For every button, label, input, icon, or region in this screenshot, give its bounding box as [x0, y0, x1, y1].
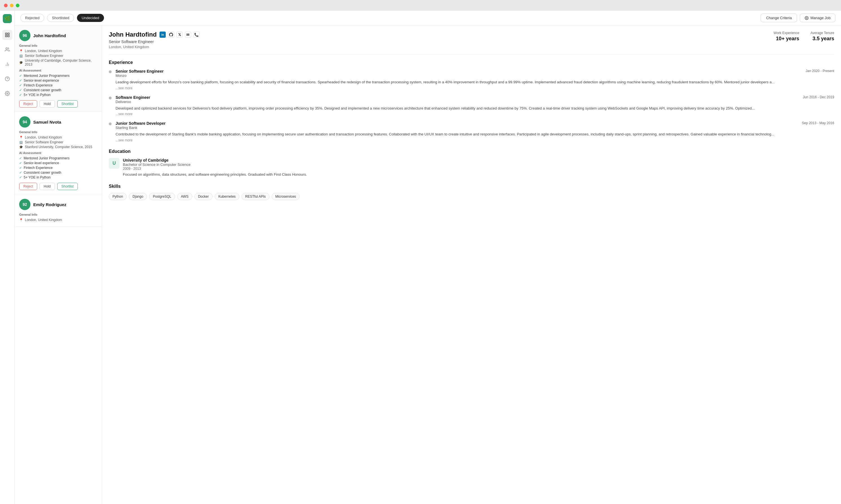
exp-company-2: Starling Bank	[116, 126, 834, 130]
general-info-label-3: General Info	[19, 213, 97, 216]
exp-date-2: Sep 2013 - May 2016	[802, 121, 834, 125]
hold-button-2[interactable]: Hold	[39, 183, 55, 190]
assess-item-1-1: ✓ Senior-level experience	[19, 78, 97, 83]
shortlist-button-2[interactable]: Shortlist	[57, 183, 78, 190]
exp-item-2: Junior Software Developer Sep 2013 - May…	[109, 121, 834, 142]
top-navigation: Rejected Shortlisted Undecided Change Cr…	[15, 11, 841, 25]
check-icon: ✓	[19, 166, 22, 170]
candidate-card-3[interactable]: 92 Emily Rodriguez General Info 📍 London…	[15, 194, 102, 227]
manage-job-button[interactable]: Manage Job	[800, 14, 835, 22]
tab-rejected[interactable]: Rejected	[20, 14, 44, 22]
sidebar-icon-help[interactable]	[2, 74, 12, 84]
check-icon: ✓	[19, 170, 22, 175]
skill-tag: PostgreSQL	[149, 193, 175, 200]
exp-date-0: Jan 2020 - Present	[806, 69, 834, 73]
candidate-card-1[interactable]: 96 John Hardtofind General Info 📍 London…	[15, 25, 102, 112]
average-tenure-stat: Average Tenure 3.5 years	[810, 31, 834, 42]
check-icon: ✓	[19, 78, 22, 83]
check-icon: ✓	[19, 156, 22, 160]
assess-item-1-3: ✓ Consistent career growth	[19, 88, 97, 92]
candidate-edu-2: Stanford University, Computer Science, 2…	[25, 145, 92, 149]
score-badge-1: 96	[19, 30, 31, 41]
see-more-0[interactable]: ...see more	[116, 86, 834, 90]
exp-item-0: Senior Software Engineer Jan 2020 - Pres…	[109, 69, 834, 90]
email-icon[interactable]: ✉	[185, 32, 191, 38]
change-criteria-button[interactable]: Change Criteria	[761, 14, 797, 22]
assess-item-1-4: ✓ 5+ YOE in Python	[19, 93, 97, 97]
svg-rect-0	[5, 33, 7, 34]
candidate-location-2: London, United Kingdom	[25, 136, 62, 139]
education-section: Education U University of Cambridge Bach…	[109, 149, 834, 177]
education-title: Education	[109, 149, 834, 154]
sidebar-icon-chart[interactable]	[2, 59, 12, 69]
see-more-1[interactable]: ...see more	[116, 112, 834, 116]
exp-dot-0	[109, 70, 111, 73]
sidebar-icon-grid[interactable]	[2, 30, 12, 40]
general-info-label-2: General Info	[19, 130, 97, 134]
reject-button-2[interactable]: Reject	[19, 183, 37, 190]
ai-label-1: AI Assessment	[19, 69, 97, 72]
reject-button-1[interactable]: Reject	[19, 100, 37, 108]
exp-item-1: Software Engineer Jun 2016 - Dec 2019 De…	[109, 95, 834, 116]
candidate-name-1: John Hardtofind	[33, 33, 66, 38]
edu-logo-0: U	[109, 158, 120, 169]
assess-item-2-0: ✓ Mentored Junior Programmers	[19, 156, 97, 160]
candidate-card-2[interactable]: 94 Samuel Nvota General Info 📍 London, U…	[15, 112, 102, 194]
edu-degree-0: Bachelor of Science in Computer Science	[123, 162, 834, 167]
svg-point-4	[6, 48, 7, 49]
exp-company-1: Deliveroo	[116, 100, 834, 104]
skill-tag: Kubernetes	[215, 193, 239, 200]
profile-header: John Hardtofind in 𝕏 ✉ 📞 S	[109, 31, 834, 54]
title-bar	[0, 0, 841, 11]
svg-rect-2	[5, 35, 7, 37]
svg-rect-3	[7, 35, 9, 37]
assess-item-1-0: ✓ Mentored Junior Programmers	[19, 74, 97, 78]
exp-title-2: Junior Software Developer	[116, 121, 166, 126]
candidate-list: 96 John Hardtofind General Info 📍 London…	[15, 25, 102, 504]
svg-rect-1	[7, 33, 9, 34]
shortlist-button-1[interactable]: Shortlist	[57, 100, 78, 108]
location-icon-1: 📍	[19, 49, 23, 53]
exp-dot-1	[109, 96, 111, 100]
main-content: 96 John Hardtofind General Info 📍 London…	[15, 25, 841, 504]
tab-shortlisted[interactable]: Shortlisted	[47, 14, 74, 22]
linkedin-icon[interactable]: in	[159, 32, 166, 38]
assess-item-2-1: ✓ Senior-level experience	[19, 161, 97, 165]
exp-date-1: Jun 2016 - Dec 2019	[803, 95, 834, 99]
sidebar-icon-settings[interactable]	[2, 88, 12, 98]
sidebar-icon-users[interactable]	[2, 44, 12, 55]
github-icon[interactable]	[168, 32, 174, 38]
work-experience-stat: Work Experience 10+ years	[774, 31, 799, 42]
close-button[interactable]	[4, 4, 7, 7]
icon-sidebar: 🌿	[0, 11, 15, 504]
candidate-location-3: London, United Kingdom	[25, 218, 62, 222]
maximize-button[interactable]	[16, 4, 19, 7]
candidate-location-1: London, United Kingdom	[25, 49, 62, 53]
hold-button-1[interactable]: Hold	[39, 100, 55, 108]
general-info-label-1: General Info	[19, 44, 97, 47]
tab-undecided[interactable]: Undecided	[77, 14, 104, 22]
phone-icon[interactable]: 📞	[193, 32, 200, 38]
svg-point-10	[6, 93, 8, 94]
edu-item-0: U University of Cambridge Bachelor of Sc…	[109, 158, 834, 177]
location-icon-2: 📍	[19, 136, 23, 139]
check-icon: ✓	[19, 74, 22, 78]
twitter-icon[interactable]: 𝕏	[176, 32, 183, 38]
skills-list: PythonDjangoPostgreSQLAWSDockerKubernete…	[109, 193, 834, 200]
job-icon-1: 🏢	[19, 54, 23, 58]
candidate-title-2: Senior Software Engineer	[25, 140, 64, 144]
minimize-button[interactable]	[10, 4, 14, 7]
skill-tag: Microservices	[272, 193, 299, 200]
check-icon: ✓	[19, 93, 22, 97]
experience-section: Experience Senior Software Engineer Jan …	[109, 60, 834, 142]
ai-label-2: AI Assessment	[19, 151, 97, 155]
score-badge-3: 92	[19, 199, 31, 210]
location-icon-3: 📍	[19, 218, 23, 222]
check-icon: ✓	[19, 88, 22, 92]
exp-desc-0: Leading development efforts for Monzo's …	[116, 79, 834, 85]
candidate-edu-1: University of Cambridge, Computer Scienc…	[25, 58, 97, 67]
exp-desc-1: Developed and optimized backend services…	[116, 106, 834, 111]
see-more-2[interactable]: ...see more	[116, 138, 834, 142]
candidate-name-3: Emily Rodriguez	[33, 202, 67, 207]
skill-tag: RESTful APIs	[242, 193, 270, 200]
